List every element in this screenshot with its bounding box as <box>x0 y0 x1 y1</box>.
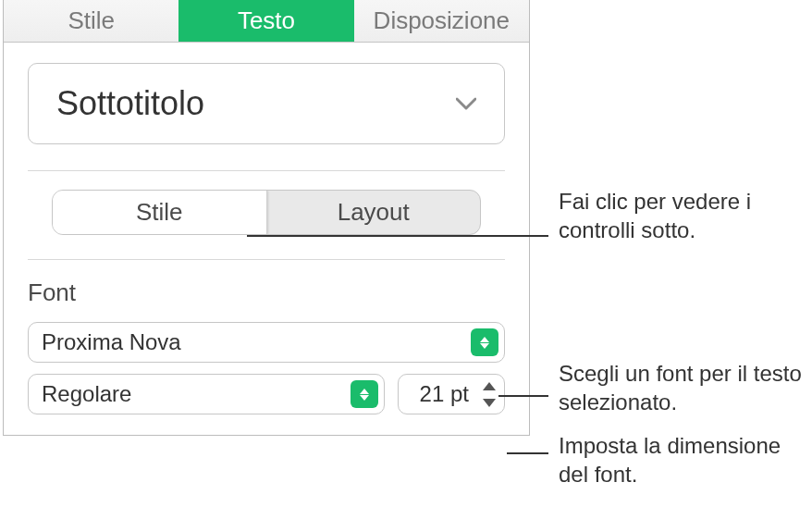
caret-up-icon <box>483 382 496 390</box>
subtab-layout-label: Layout <box>338 198 410 226</box>
subtab-stile[interactable]: Stile <box>53 191 267 234</box>
text-subtabs: Stile Layout <box>52 190 481 235</box>
tab-testo-label: Testo <box>238 6 295 35</box>
dropdown-toggle-icon <box>351 380 378 408</box>
callout-font-family: Scegli un font per il testo selezionato. <box>559 359 808 416</box>
divider <box>28 170 505 171</box>
paragraph-style-label: Sottotitolo <box>56 84 204 123</box>
font-family-dropdown[interactable]: Proxima Nova <box>28 322 505 363</box>
callout-line <box>247 235 548 237</box>
font-size-step-up[interactable] <box>478 378 500 393</box>
dropdown-toggle-icon <box>471 328 498 356</box>
callout-font-size: Imposta la dimensione del font. <box>559 431 808 488</box>
font-weight-dropdown[interactable]: Regolare <box>28 374 385 414</box>
panel-content: Sottotitolo Stile Layout Font Proxima No… <box>4 43 529 435</box>
font-size-stepper <box>478 378 500 410</box>
subtab-layout[interactable]: Layout <box>267 191 481 234</box>
paragraph-style-dropdown[interactable]: Sottotitolo <box>28 63 505 144</box>
callout-stile-segment: Fai clic per vedere i controlli sotto. <box>559 187 808 244</box>
font-size-field[interactable]: 21 pt <box>398 374 505 414</box>
top-tabs: Stile Testo Disposizione <box>4 0 529 43</box>
font-weight-value: Regolare <box>42 381 131 407</box>
callouts: Fai clic per vedere i controlli sotto. S… <box>531 0 808 507</box>
divider <box>28 259 505 260</box>
tab-stile-label: Stile <box>68 6 115 35</box>
font-family-value: Proxima Nova <box>42 329 181 355</box>
subtab-stile-label: Stile <box>136 198 183 226</box>
format-panel: Stile Testo Disposizione Sottotitolo Sti… <box>3 0 530 436</box>
caret-down-icon <box>483 399 496 407</box>
font-size-step-down[interactable] <box>478 395 500 410</box>
tab-testo[interactable]: Testo <box>178 0 353 42</box>
font-section-label: Font <box>28 278 505 307</box>
chevron-down-icon <box>456 97 476 110</box>
tab-disposizione-label: Disposizione <box>374 6 510 35</box>
font-size-value: 21 pt <box>410 381 478 407</box>
tab-stile[interactable]: Stile <box>4 0 178 42</box>
tab-disposizione[interactable]: Disposizione <box>354 0 529 42</box>
font-second-row: Regolare 21 pt <box>28 374 505 414</box>
